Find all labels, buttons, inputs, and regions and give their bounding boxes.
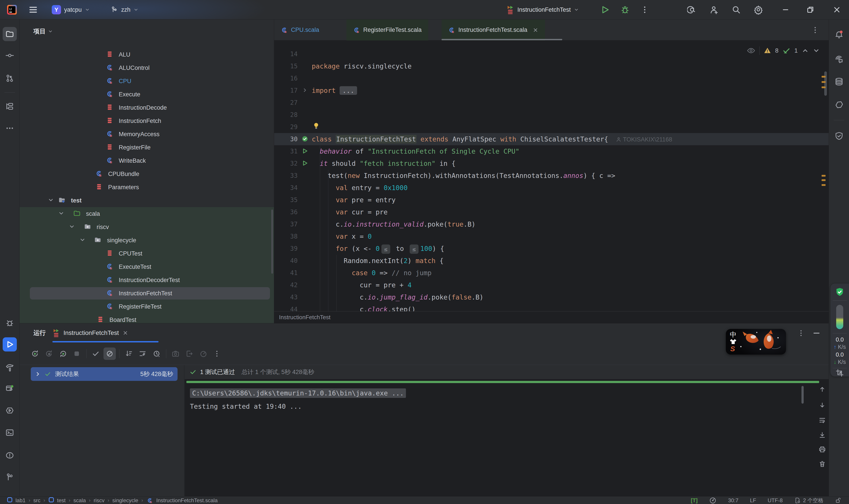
unlock-icon[interactable] — [835, 497, 842, 504]
scan-ok-shield-icon[interactable] — [833, 285, 847, 299]
code-line-35[interactable]: 35 var pre = entry — [274, 194, 829, 206]
structure-tool-button[interactable] — [3, 99, 17, 113]
ime-skin-tshirt-icon[interactable] — [729, 338, 737, 345]
console-command-chip[interactable]: C:\Users\26586\.jdks\temurin-17.0.16\bin… — [190, 389, 406, 398]
code-line-34[interactable]: 34 val entry = 0x1000 — [274, 182, 829, 194]
run-panel-options-icon[interactable] — [795, 327, 807, 339]
tab-instructionfetchtest-scala[interactable]: InstructionFetchTest.scala — [441, 19, 545, 40]
terminal-tool-button[interactable] — [3, 426, 17, 440]
rerun-failed-button[interactable] — [43, 347, 55, 360]
status-breadcrumbs[interactable]: lab1›src›test›scala›riscv›singlecycle›In… — [7, 497, 218, 504]
passed-count[interactable]: 1 — [794, 47, 798, 54]
project-panel-header[interactable]: 项目 — [33, 25, 53, 38]
ime-sogou-icon[interactable]: S — [730, 345, 735, 353]
tree-item-InstructionFetchTest[interactable]: InstructionFetchTest — [20, 287, 274, 300]
console-scrollbar[interactable] — [801, 386, 804, 404]
tree-item-ExecuteTest[interactable]: ExecuteTest — [20, 260, 274, 273]
chevron-down-icon[interactable] — [69, 223, 75, 231]
run-configuration-selector[interactable]: InstructionFetchTest — [506, 0, 579, 19]
file-encoding[interactable]: UTF-8 — [767, 497, 783, 504]
code-line-29[interactable]: 29 — [274, 121, 829, 133]
project-tool-button[interactable] — [3, 27, 17, 41]
sort-by-duration-icon[interactable] — [150, 347, 163, 360]
hide-panel-icon[interactable] — [810, 327, 823, 339]
run-tab[interactable]: InstructionFetchTest — [52, 323, 128, 342]
tree-item-CPU[interactable]: CPU — [20, 74, 274, 88]
editor-scrollbar[interactable] — [824, 71, 827, 96]
code-editor[interactable]: 14 15 package riscv.singlecycle16 17 imp… — [274, 40, 829, 311]
git-tool-button[interactable] — [3, 470, 17, 484]
breadcrumb-InstructionFetchTest.scala[interactable]: InstructionFetchTest.scala — [146, 497, 218, 504]
code-line-36[interactable]: 36 var cur = pre — [274, 206, 829, 218]
show-ignored-filter[interactable] — [104, 347, 116, 360]
console-line[interactable]: Testing started at 19:40 ... — [190, 400, 302, 413]
code-line-42[interactable]: 42 cur = pre + 4 — [274, 279, 829, 291]
inspection-widget[interactable]: 8 1 — [747, 45, 820, 56]
run-test-gutter-icon[interactable] — [302, 148, 308, 155]
caret-position[interactable]: 30:7 — [728, 497, 738, 504]
code-line-27[interactable]: 27 — [274, 96, 829, 109]
warning-stripe-mark[interactable] — [821, 86, 826, 88]
intention-bulb-icon[interactable] — [313, 121, 319, 133]
tree-item-InstructionFetch[interactable]: InstructionFetch — [20, 114, 274, 128]
print-icon[interactable] — [817, 445, 827, 454]
ime-widget[interactable]: 中 S — [726, 329, 786, 355]
code-line-43[interactable]: 43 c.io.jump_flag_id.poke(false.B) — [274, 291, 829, 303]
ai-mention-icon[interactable] — [687, 0, 697, 19]
tree-item-singlecycle[interactable]: singlecycle — [20, 234, 274, 247]
settings-gear-icon[interactable] — [754, 0, 763, 19]
breadcrumb-src[interactable]: src — [33, 497, 40, 504]
code-line-44[interactable]: 44 c.clock.step() — [274, 303, 829, 311]
more-tools-icon[interactable] — [3, 121, 17, 135]
restore-button[interactable] — [800, 0, 820, 19]
memory-gauge-icon[interactable] — [709, 497, 717, 504]
test-results-row[interactable]: 测试结果 5秒 428毫秒 — [31, 367, 178, 381]
close-icon[interactable] — [532, 27, 538, 33]
code-line-16[interactable]: 16 — [274, 72, 829, 85]
project-widget[interactable]: Y yatcpu — [52, 0, 90, 19]
tree-item-WriteBack[interactable]: WriteBack — [20, 154, 274, 167]
tree-item-CPUTest[interactable]: CPUTest — [20, 247, 274, 260]
toolbar-more-icon[interactable] — [211, 347, 223, 360]
build-tool-button[interactable] — [3, 361, 17, 375]
services-tool-button[interactable] — [3, 381, 17, 396]
chevron-down-icon[interactable] — [58, 210, 64, 217]
close-button[interactable] — [827, 0, 847, 19]
tree-scrollbar[interactable] — [271, 210, 273, 274]
tab-registerfiletest-scala[interactable]: RegisterFileTest.scala — [346, 19, 428, 40]
run-test-gutter-icon[interactable] — [302, 160, 308, 167]
pull-requests-tool-button[interactable] — [3, 71, 17, 85]
expand-collapse-icon[interactable] — [137, 347, 149, 360]
minimize-button[interactable] — [776, 0, 795, 19]
rerun-button[interactable] — [29, 347, 41, 360]
tree-item-MemoryAccess[interactable]: MemoryAccess — [20, 128, 274, 141]
prev-occurrence-icon[interactable] — [817, 384, 827, 394]
chevron-down-icon[interactable] — [79, 237, 86, 244]
code-line-32[interactable]: 32 it should "fetch instruction" in { — [274, 157, 829, 169]
tree-item-CPUBundle[interactable]: CPUBundle — [20, 167, 274, 181]
sbt-shell-tool-button[interactable] — [3, 403, 17, 418]
debug-tool-button[interactable] — [3, 316, 17, 330]
tree-item-test[interactable]: test — [20, 194, 274, 207]
ai-assistant-icon[interactable] — [832, 52, 846, 66]
tree-item-BoardTest[interactable]: BoardTest — [20, 313, 274, 323]
stop-button[interactable] — [71, 347, 83, 360]
next-problem-icon[interactable] — [813, 47, 820, 54]
tree-item-Execute[interactable]: Execute — [20, 88, 274, 101]
vcs-branch-widget[interactable]: zzh — [110, 0, 139, 19]
translator-badge[interactable]: [T] — [691, 497, 698, 504]
soft-wrap-icon[interactable] — [817, 415, 827, 425]
more-actions-icon[interactable] — [640, 0, 649, 19]
breadcrumb-singlecycle[interactable]: singlecycle — [112, 497, 138, 504]
coverage-icon[interactable] — [197, 347, 210, 360]
clear-console-icon[interactable] — [817, 459, 827, 469]
code-line-38[interactable]: 38 var x = 0 — [274, 230, 829, 242]
warning-stripe-mark[interactable] — [821, 179, 826, 181]
tree-item-riscv[interactable]: riscv — [20, 220, 274, 234]
run-button[interactable] — [600, 0, 610, 19]
commit-tool-button[interactable] — [3, 49, 17, 62]
code-line-40[interactable]: 40 Random.nextInt(2) match { — [274, 255, 829, 267]
tree-item-ALUControl[interactable]: ALUControl — [20, 61, 274, 74]
warning-stripe-mark[interactable] — [821, 175, 826, 177]
show-passed-filter[interactable] — [90, 347, 102, 360]
